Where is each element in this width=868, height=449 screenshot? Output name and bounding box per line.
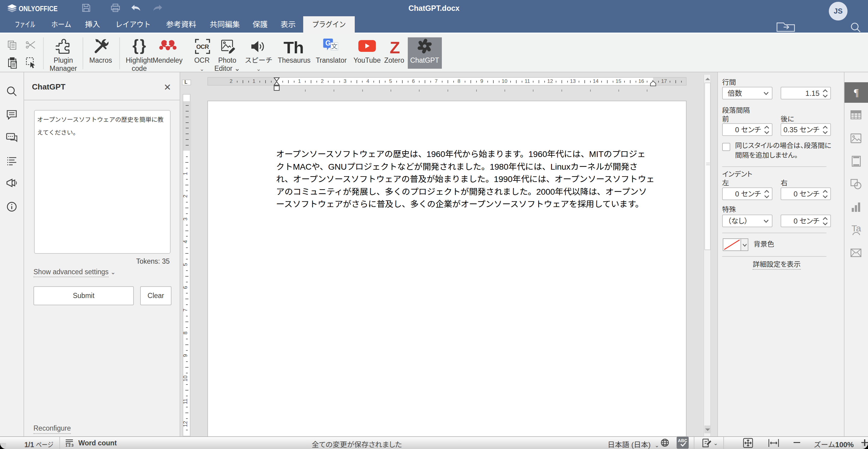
svg-text:文: 文 [331,41,338,50]
svg-text:OCR: OCR [196,43,209,50]
svg-text:G: G [325,39,331,47]
svg-text:123: 123 [65,443,73,447]
